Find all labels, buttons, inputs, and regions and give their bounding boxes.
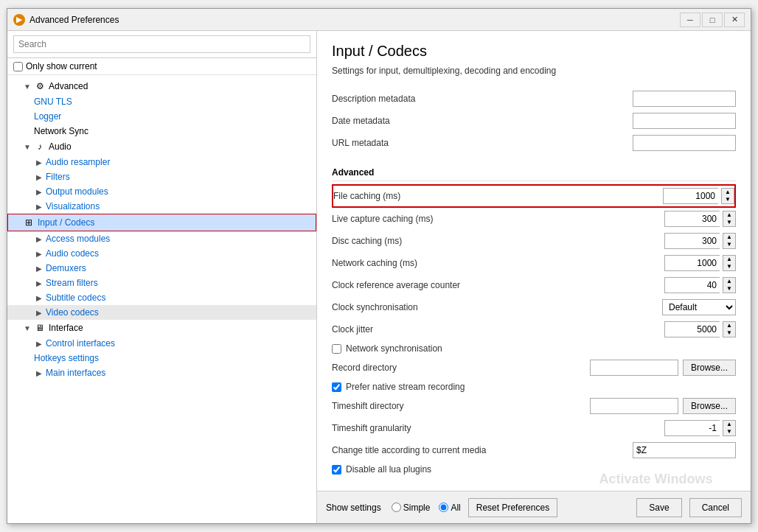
clock-ref-input[interactable] (664, 277, 720, 293)
sidebar-item-audio[interactable]: ▼ ♪ Audio (7, 139, 316, 155)
clock-jitter-spin-down[interactable]: ▼ (723, 329, 735, 337)
url-metadata-input[interactable] (633, 135, 736, 151)
reset-preferences-button[interactable]: Reset Preferences (468, 498, 557, 517)
clock-jitter-input[interactable] (664, 321, 720, 337)
sidebar-item-gnu-tls[interactable]: GNU TLS (7, 94, 316, 109)
live-capture-spin-up[interactable]: ▲ (723, 211, 735, 219)
show-settings-radio-group: Simple All (392, 503, 461, 513)
prefer-native-row: Prefer native stream recording (332, 379, 736, 395)
network-sync-checkbox[interactable] (332, 344, 341, 354)
close-button[interactable]: ✕ (724, 13, 745, 27)
expand-icon-filters: ▶ (34, 172, 44, 182)
sidebar-item-main-interfaces[interactable]: ▶ Main interfaces (7, 365, 316, 380)
timeshift-granularity-spin-up[interactable]: ▲ (723, 421, 735, 428)
audio-icon: ♪ (34, 141, 46, 153)
date-metadata-input[interactable] (633, 113, 736, 129)
simple-radio-item[interactable]: Simple (392, 503, 431, 513)
disc-caching-input[interactable] (664, 233, 720, 249)
clock-sync-label: Clock synchronisation (332, 302, 662, 312)
file-caching-row: File caching (ms) ▲ ▼ (332, 184, 736, 208)
clock-ref-control: ▲ ▼ (664, 277, 736, 293)
network-caching-label: Network caching (ms) (332, 258, 664, 268)
clock-sync-select[interactable]: Default None Average (662, 299, 736, 315)
date-metadata-label: Date metadata (332, 116, 633, 126)
record-directory-input[interactable] (590, 360, 678, 376)
sidebar-item-audio-codecs[interactable]: ▶ Audio codecs (7, 246, 316, 261)
network-caching-spin-up[interactable]: ▲ (723, 256, 735, 263)
clock-ref-spinner: ▲ ▼ (723, 277, 736, 293)
clock-ref-spin-up[interactable]: ▲ (723, 278, 735, 285)
file-caching-input[interactable] (663, 188, 718, 204)
live-capture-spin-down[interactable]: ▼ (723, 219, 735, 226)
search-box (7, 31, 316, 58)
sidebar-item-audio-resampler[interactable]: ▶ Audio resampler (7, 155, 316, 169)
minimize-button[interactable]: ─ (680, 13, 700, 27)
expand-icon-access-modules: ▶ (34, 234, 44, 244)
description-metadata-control (633, 91, 736, 107)
sidebar-item-label-audio-resampler: Audio resampler (46, 157, 110, 167)
disc-caching-spin-down[interactable]: ▼ (723, 241, 735, 248)
sidebar-item-access-modules[interactable]: ▶ Access modules (7, 231, 316, 246)
sidebar-item-label-audio-codecs: Audio codecs (46, 248, 99, 259)
sidebar-item-demuxers[interactable]: ▶ Demuxers (7, 261, 316, 276)
sidebar-item-subtitle-codecs[interactable]: ▶ Subtitle codecs (7, 290, 316, 305)
all-radio-item[interactable]: All (439, 503, 460, 513)
right-panel-wrapper: Input / Codecs Settings for input, demul… (317, 31, 751, 523)
sidebar-item-input-codecs[interactable]: ⊞ Input / Codecs (7, 214, 316, 231)
cancel-button[interactable]: Cancel (689, 498, 742, 517)
sidebar-item-label-advanced: Advanced (49, 81, 88, 91)
disable-lua-label: Disable all lua plugins (346, 464, 431, 475)
timeshift-directory-control: Browse... (590, 398, 736, 414)
sidebar-item-advanced[interactable]: ▼ ⚙ Advanced (7, 78, 316, 94)
description-metadata-row: Description metadata (332, 88, 736, 110)
network-caching-input[interactable] (664, 255, 720, 271)
network-caching-spin-down[interactable]: ▼ (723, 263, 735, 270)
timeshift-directory-browse-button[interactable]: Browse... (683, 398, 736, 414)
expand-icon-audio: ▼ (22, 141, 32, 152)
record-directory-browse-button[interactable]: Browse... (683, 360, 736, 376)
maximize-button[interactable]: □ (702, 13, 723, 27)
save-button[interactable]: Save (636, 498, 681, 517)
sidebar-item-label-main-interfaces: Main interfaces (46, 368, 105, 378)
sidebar-item-label-audio: Audio (49, 141, 72, 152)
sidebar-item-hotkeys[interactable]: Hotkeys settings (7, 351, 316, 365)
description-metadata-input[interactable] (633, 91, 736, 107)
change-title-row: Change title according to current media (332, 439, 736, 461)
sidebar-item-output-modules[interactable]: ▶ Output modules (7, 184, 316, 199)
change-title-input[interactable] (633, 442, 736, 458)
sidebar-item-video-codecs[interactable]: ▶ Video codecs (7, 305, 316, 320)
sidebar-item-filters[interactable]: ▶ Filters (7, 169, 316, 184)
file-caching-spin-up[interactable]: ▲ (722, 189, 734, 196)
sidebar-item-network-sync[interactable]: Network Sync (7, 124, 316, 139)
sidebar-item-control-interfaces[interactable]: ▶ Control interfaces (7, 336, 316, 351)
timeshift-granularity-spin-down[interactable]: ▼ (723, 428, 735, 435)
all-radio[interactable] (439, 503, 448, 512)
expand-icon-video-codecs: ▶ (34, 307, 44, 318)
file-caching-label: File caching (ms) (333, 191, 663, 201)
sidebar-item-stream-filters[interactable]: ▶ Stream filters (7, 276, 316, 290)
change-title-control (633, 442, 736, 458)
prefer-native-checkbox[interactable] (332, 382, 341, 392)
clock-ref-spin-down[interactable]: ▼ (723, 285, 735, 293)
disable-lua-checkbox[interactable] (332, 465, 341, 475)
file-caching-spin-down[interactable]: ▼ (722, 196, 734, 203)
expand-icon-demuxers: ▶ (34, 263, 44, 273)
file-caching-control: ▲ ▼ (663, 188, 734, 204)
sidebar-item-label-demuxers: Demuxers (46, 263, 86, 273)
expand-icon-audio-resampler: ▶ (34, 157, 44, 167)
live-capture-input[interactable] (664, 211, 720, 227)
sidebar-item-interface[interactable]: ▼ 🖥 Interface (7, 320, 316, 336)
disc-caching-spin-up[interactable]: ▲ (723, 234, 735, 241)
timeshift-granularity-input[interactable] (664, 420, 720, 436)
only-show-current-checkbox[interactable] (13, 62, 23, 71)
simple-radio[interactable] (392, 503, 401, 512)
timeshift-directory-input[interactable] (590, 398, 678, 414)
sidebar-item-visualizations[interactable]: ▶ Visualizations (7, 199, 316, 214)
sidebar-item-logger[interactable]: Logger (7, 109, 316, 124)
sidebar-item-label-interface: Interface (49, 323, 83, 333)
date-metadata-control (633, 113, 736, 129)
search-input[interactable] (13, 35, 310, 53)
all-radio-label: All (451, 503, 460, 513)
clock-jitter-spin-up[interactable]: ▲ (723, 322, 735, 329)
sidebar-item-label-filters: Filters (46, 172, 70, 182)
